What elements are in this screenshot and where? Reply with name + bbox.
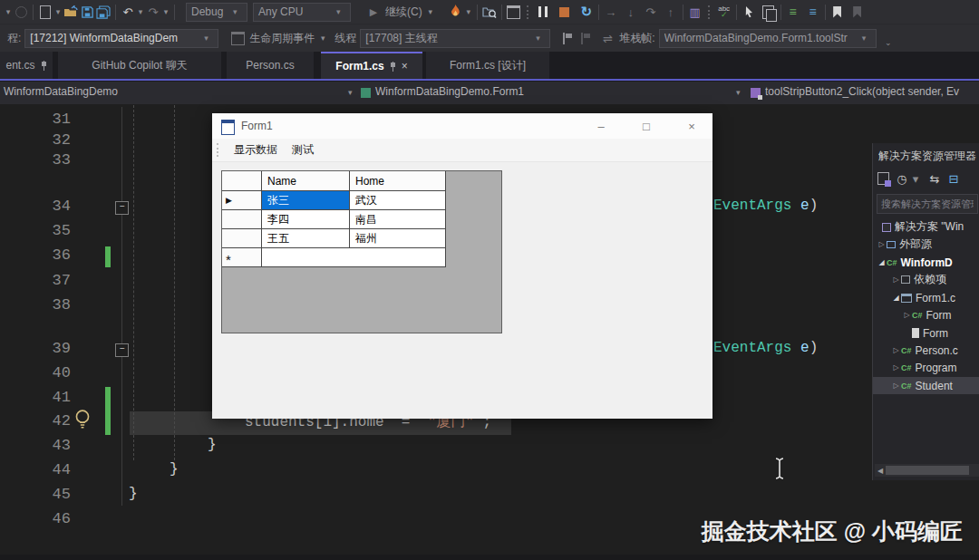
step-into-icon[interactable]: ↓: [623, 2, 639, 22]
tab-form1-cs[interactable]: Form1.cs ×: [321, 52, 422, 79]
open-file-icon[interactable]: [63, 2, 79, 22]
hot-reload-icon[interactable]: [448, 2, 464, 22]
grid-column-header-name[interactable]: Name: [262, 171, 350, 191]
grid-cell-name-3[interactable]: 王五: [262, 229, 350, 248]
project-caret-icon[interactable]: ▾: [348, 88, 357, 97]
redo-caret-icon[interactable]: ▾: [161, 2, 170, 22]
break-all-icon[interactable]: [535, 2, 551, 22]
step-back-icon[interactable]: ↷: [643, 2, 659, 22]
tree-item-form1-resx[interactable]: Form: [873, 324, 979, 342]
grid-row-header[interactable]: [222, 229, 262, 248]
chevron-collapsed-icon[interactable]: ▷: [891, 381, 901, 390]
undo-icon[interactable]: ↶: [120, 2, 136, 22]
chevron-collapsed-icon[interactable]: ▷: [891, 346, 901, 354]
chevron-collapsed-icon[interactable]: ▷: [902, 311, 912, 319]
test-button[interactable]: 测试: [285, 140, 321, 160]
type-caret-icon[interactable]: ▾: [736, 88, 745, 97]
chevron-collapsed-icon[interactable]: ▷: [891, 275, 901, 284]
horizontal-scrollbar[interactable]: ◀: [875, 464, 979, 477]
new-file-caret-icon[interactable]: ▾: [53, 2, 63, 22]
grid-cell-home-3[interactable]: 福州: [350, 229, 446, 248]
grid-new-row-cells[interactable]: [262, 248, 446, 267]
grid-cell-name-1[interactable]: 张三: [262, 191, 350, 210]
tree-item-project[interactable]: ◢ C# WinformD: [873, 254, 979, 271]
tree-item-dependencies[interactable]: ▷ 依赖项: [873, 271, 979, 288]
search-input[interactable]: [877, 194, 978, 214]
tab-github-copilot-chat[interactable]: GitHub Copilot 聊天: [58, 52, 221, 79]
tab-person-cs[interactable]: Person.cs: [227, 52, 314, 79]
toolstrip-grip[interactable]: [217, 143, 220, 157]
breadcrumb-type[interactable]: WinformDataBingDemo.Form1: [375, 85, 524, 98]
process-combo[interactable]: [17212] WinformDataBingDem ▾: [24, 29, 218, 48]
continue-play-icon[interactable]: ▶: [365, 2, 382, 22]
restart-icon[interactable]: ↻: [578, 2, 595, 22]
close-icon[interactable]: ×: [402, 60, 408, 72]
tree-item-external-sources[interactable]: ▷ 外部源: [873, 236, 979, 253]
collapse-region-icon[interactable]: −: [115, 201, 129, 215]
stack-frame-combo[interactable]: WinformDataBingDemo.Form1.toolStr ▾: [659, 29, 877, 48]
navigate-back-icon[interactable]: [13, 2, 29, 22]
tree-item-form1-designer[interactable]: ▷ C# Form: [873, 306, 979, 323]
form1-title-bar[interactable]: Form1 – □ ×: [212, 113, 712, 139]
toolbar-overflow-icon[interactable]: ⌄: [884, 33, 893, 53]
show-flagged-threads-icon[interactable]: [559, 28, 576, 48]
select-pointer-icon[interactable]: [741, 2, 757, 22]
sync-with-active-document-icon[interactable]: ⇆: [928, 170, 941, 187]
chevron-collapsed-icon[interactable]: ▷: [877, 240, 887, 248]
new-file-icon[interactable]: [37, 2, 53, 22]
tree-item-person-cs[interactable]: ▷ C# Person.c: [873, 342, 979, 359]
toolbar-options-caret-icon[interactable]: ▾: [4, 2, 13, 22]
collapse-region-icon[interactable]: −: [115, 343, 129, 357]
thread-combo[interactable]: [17708] 主线程 ▾: [360, 29, 550, 48]
spell-check-icon[interactable]: abc✓: [716, 2, 732, 22]
pending-changes-filter-icon[interactable]: ◷: [896, 170, 908, 187]
breadcrumb-project[interactable]: WinformDataBingDemo: [4, 85, 118, 98]
lifecycle-caret-icon[interactable]: ▾: [318, 28, 327, 48]
toggle-frames-icon[interactable]: ⇌: [599, 28, 616, 48]
save-all-icon[interactable]: [95, 2, 111, 22]
continue-caret-icon[interactable]: ▾: [426, 2, 435, 22]
continue-button[interactable]: 继续(C): [385, 5, 422, 20]
chevron-collapsed-icon[interactable]: ▷: [891, 363, 901, 372]
collapse-all-icon[interactable]: ⊟: [947, 170, 960, 187]
toolbar-grip[interactable]: [527, 5, 530, 19]
bookmark-prev-icon[interactable]: [849, 2, 866, 22]
grid-row-header[interactable]: [222, 210, 262, 229]
grid-row-header[interactable]: ▶: [222, 191, 262, 210]
undo-caret-icon[interactable]: ▾: [136, 2, 145, 22]
switch-views-icon[interactable]: [877, 170, 889, 187]
toolbar-grip[interactable]: [708, 5, 712, 19]
pin-icon[interactable]: [41, 61, 47, 71]
chevron-expanded-icon[interactable]: ◢: [891, 294, 901, 302]
parallel-stacks-icon[interactable]: ▥: [687, 2, 703, 22]
lightbulb-quick-action-icon[interactable]: [73, 409, 92, 434]
copy-icon[interactable]: [761, 2, 777, 22]
save-icon[interactable]: [79, 2, 95, 22]
step-out-icon[interactable]: ↑: [663, 2, 679, 22]
lifecycle-events-button[interactable]: 生命周期事件: [249, 31, 315, 46]
tree-item-program-cs[interactable]: ▷ C# Program: [873, 359, 979, 376]
minimize-button[interactable]: –: [580, 113, 622, 139]
flag-thread-icon[interactable]: [577, 28, 594, 48]
filter-caret-icon[interactable]: ▾: [909, 170, 922, 187]
comment-icon[interactable]: ≡: [805, 2, 821, 22]
grid-corner-header[interactable]: [222, 171, 262, 191]
debug-configuration-combo[interactable]: Debug ▾: [186, 3, 247, 22]
chevron-expanded-icon[interactable]: ◢: [877, 258, 887, 266]
find-in-files-icon[interactable]: [481, 2, 498, 22]
step-over-icon[interactable]: →: [603, 2, 619, 22]
scrollbar-thumb[interactable]: [886, 466, 969, 475]
grid-cell-name-2[interactable]: 李四: [262, 210, 350, 229]
tree-item-solution[interactable]: 解决方案 "Win: [873, 218, 979, 236]
scroll-left-icon[interactable]: ◀: [875, 467, 886, 475]
lifecycle-events-icon[interactable]: [229, 28, 246, 48]
grid-cell-home-2[interactable]: 南昌: [350, 210, 446, 229]
browse-window-icon[interactable]: [506, 2, 522, 22]
datagridview[interactable]: Name Home ▶ 张三 武汉 李四 南昌 王五 福州 *: [221, 170, 502, 333]
hot-reload-caret-icon[interactable]: ▾: [464, 2, 473, 22]
tree-item-student-cs[interactable]: ▷ C# Student: [873, 377, 979, 394]
breadcrumb-member[interactable]: toolStripButton2_Click(object sender, Ev: [765, 85, 979, 98]
maximize-button[interactable]: □: [625, 113, 667, 139]
pin-icon[interactable]: [390, 62, 396, 72]
grid-cell-home-1[interactable]: 武汉: [350, 191, 446, 210]
